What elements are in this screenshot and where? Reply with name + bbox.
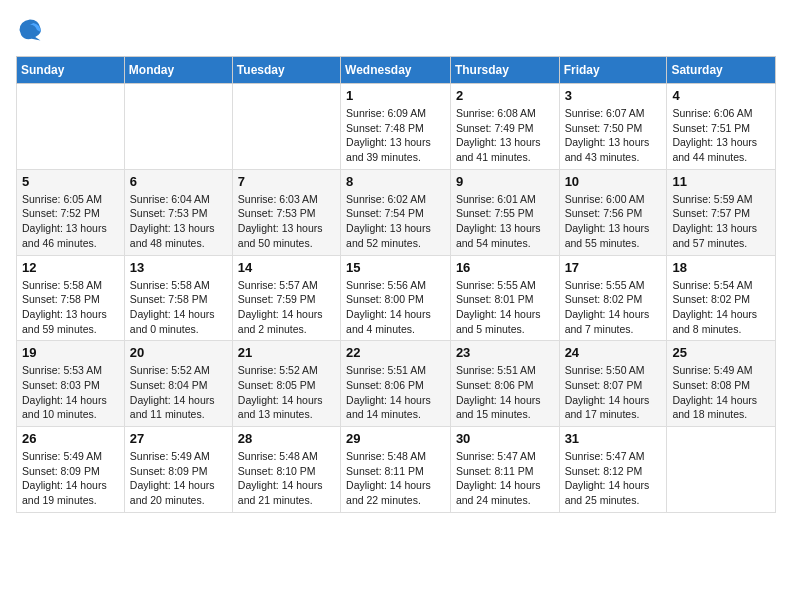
calendar-cell: 18Sunrise: 5:54 AMSunset: 8:02 PMDayligh… (667, 255, 776, 341)
day-number: 29 (346, 431, 445, 446)
day-info: Sunrise: 5:49 AMSunset: 8:08 PMDaylight:… (672, 363, 770, 422)
calendar-cell: 2Sunrise: 6:08 AMSunset: 7:49 PMDaylight… (450, 84, 559, 170)
calendar-cell (667, 427, 776, 513)
calendar-cell: 23Sunrise: 5:51 AMSunset: 8:06 PMDayligh… (450, 341, 559, 427)
weekday-header-tuesday: Tuesday (232, 57, 340, 84)
calendar-cell: 16Sunrise: 5:55 AMSunset: 8:01 PMDayligh… (450, 255, 559, 341)
day-info: Sunrise: 5:58 AMSunset: 7:58 PMDaylight:… (130, 278, 227, 337)
day-number: 7 (238, 174, 335, 189)
day-number: 1 (346, 88, 445, 103)
weekday-header-thursday: Thursday (450, 57, 559, 84)
day-info: Sunrise: 5:52 AMSunset: 8:04 PMDaylight:… (130, 363, 227, 422)
calendar-cell: 14Sunrise: 5:57 AMSunset: 7:59 PMDayligh… (232, 255, 340, 341)
day-number: 4 (672, 88, 770, 103)
day-number: 30 (456, 431, 554, 446)
day-number: 8 (346, 174, 445, 189)
day-info: Sunrise: 5:55 AMSunset: 8:01 PMDaylight:… (456, 278, 554, 337)
calendar-cell (232, 84, 340, 170)
calendar-cell: 3Sunrise: 6:07 AMSunset: 7:50 PMDaylight… (559, 84, 667, 170)
day-info: Sunrise: 6:04 AMSunset: 7:53 PMDaylight:… (130, 192, 227, 251)
calendar-cell: 11Sunrise: 5:59 AMSunset: 7:57 PMDayligh… (667, 169, 776, 255)
calendar-table: SundayMondayTuesdayWednesdayThursdayFrid… (16, 56, 776, 513)
day-info: Sunrise: 6:03 AMSunset: 7:53 PMDaylight:… (238, 192, 335, 251)
calendar-cell: 21Sunrise: 5:52 AMSunset: 8:05 PMDayligh… (232, 341, 340, 427)
day-info: Sunrise: 5:48 AMSunset: 8:10 PMDaylight:… (238, 449, 335, 508)
day-number: 26 (22, 431, 119, 446)
weekday-header-friday: Friday (559, 57, 667, 84)
day-number: 25 (672, 345, 770, 360)
calendar-cell: 15Sunrise: 5:56 AMSunset: 8:00 PMDayligh… (341, 255, 451, 341)
page-header (16, 16, 776, 44)
logo-icon (16, 16, 44, 44)
day-number: 3 (565, 88, 662, 103)
day-info: Sunrise: 5:58 AMSunset: 7:58 PMDaylight:… (22, 278, 119, 337)
day-number: 22 (346, 345, 445, 360)
day-number: 18 (672, 260, 770, 275)
calendar-cell: 10Sunrise: 6:00 AMSunset: 7:56 PMDayligh… (559, 169, 667, 255)
day-info: Sunrise: 6:02 AMSunset: 7:54 PMDaylight:… (346, 192, 445, 251)
calendar-cell: 31Sunrise: 5:47 AMSunset: 8:12 PMDayligh… (559, 427, 667, 513)
day-info: Sunrise: 5:51 AMSunset: 8:06 PMDaylight:… (456, 363, 554, 422)
day-number: 27 (130, 431, 227, 446)
calendar-week-row: 26Sunrise: 5:49 AMSunset: 8:09 PMDayligh… (17, 427, 776, 513)
day-info: Sunrise: 5:49 AMSunset: 8:09 PMDaylight:… (130, 449, 227, 508)
day-info: Sunrise: 6:07 AMSunset: 7:50 PMDaylight:… (565, 106, 662, 165)
day-number: 15 (346, 260, 445, 275)
day-number: 12 (22, 260, 119, 275)
calendar-cell: 9Sunrise: 6:01 AMSunset: 7:55 PMDaylight… (450, 169, 559, 255)
day-info: Sunrise: 5:48 AMSunset: 8:11 PMDaylight:… (346, 449, 445, 508)
calendar-cell: 19Sunrise: 5:53 AMSunset: 8:03 PMDayligh… (17, 341, 125, 427)
day-info: Sunrise: 6:09 AMSunset: 7:48 PMDaylight:… (346, 106, 445, 165)
weekday-header-row: SundayMondayTuesdayWednesdayThursdayFrid… (17, 57, 776, 84)
day-number: 6 (130, 174, 227, 189)
day-info: Sunrise: 5:57 AMSunset: 7:59 PMDaylight:… (238, 278, 335, 337)
day-info: Sunrise: 5:54 AMSunset: 8:02 PMDaylight:… (672, 278, 770, 337)
day-number: 17 (565, 260, 662, 275)
day-info: Sunrise: 5:56 AMSunset: 8:00 PMDaylight:… (346, 278, 445, 337)
day-number: 21 (238, 345, 335, 360)
calendar-week-row: 19Sunrise: 5:53 AMSunset: 8:03 PMDayligh… (17, 341, 776, 427)
day-info: Sunrise: 5:53 AMSunset: 8:03 PMDaylight:… (22, 363, 119, 422)
day-number: 10 (565, 174, 662, 189)
calendar-cell: 6Sunrise: 6:04 AMSunset: 7:53 PMDaylight… (124, 169, 232, 255)
day-number: 11 (672, 174, 770, 189)
day-number: 19 (22, 345, 119, 360)
weekday-header-monday: Monday (124, 57, 232, 84)
day-info: Sunrise: 6:05 AMSunset: 7:52 PMDaylight:… (22, 192, 119, 251)
day-info: Sunrise: 5:59 AMSunset: 7:57 PMDaylight:… (672, 192, 770, 251)
calendar-cell: 8Sunrise: 6:02 AMSunset: 7:54 PMDaylight… (341, 169, 451, 255)
day-info: Sunrise: 6:01 AMSunset: 7:55 PMDaylight:… (456, 192, 554, 251)
weekday-header-sunday: Sunday (17, 57, 125, 84)
calendar-cell: 30Sunrise: 5:47 AMSunset: 8:11 PMDayligh… (450, 427, 559, 513)
calendar-week-row: 5Sunrise: 6:05 AMSunset: 7:52 PMDaylight… (17, 169, 776, 255)
day-number: 16 (456, 260, 554, 275)
day-info: Sunrise: 5:52 AMSunset: 8:05 PMDaylight:… (238, 363, 335, 422)
logo (16, 16, 48, 44)
calendar-cell: 26Sunrise: 5:49 AMSunset: 8:09 PMDayligh… (17, 427, 125, 513)
day-info: Sunrise: 5:47 AMSunset: 8:11 PMDaylight:… (456, 449, 554, 508)
weekday-header-saturday: Saturday (667, 57, 776, 84)
calendar-cell: 12Sunrise: 5:58 AMSunset: 7:58 PMDayligh… (17, 255, 125, 341)
calendar-cell: 13Sunrise: 5:58 AMSunset: 7:58 PMDayligh… (124, 255, 232, 341)
weekday-header-wednesday: Wednesday (341, 57, 451, 84)
calendar-cell: 25Sunrise: 5:49 AMSunset: 8:08 PMDayligh… (667, 341, 776, 427)
day-number: 28 (238, 431, 335, 446)
calendar-week-row: 1Sunrise: 6:09 AMSunset: 7:48 PMDaylight… (17, 84, 776, 170)
day-info: Sunrise: 5:51 AMSunset: 8:06 PMDaylight:… (346, 363, 445, 422)
calendar-cell: 5Sunrise: 6:05 AMSunset: 7:52 PMDaylight… (17, 169, 125, 255)
day-info: Sunrise: 5:47 AMSunset: 8:12 PMDaylight:… (565, 449, 662, 508)
calendar-cell: 1Sunrise: 6:09 AMSunset: 7:48 PMDaylight… (341, 84, 451, 170)
calendar-cell: 28Sunrise: 5:48 AMSunset: 8:10 PMDayligh… (232, 427, 340, 513)
calendar-cell: 27Sunrise: 5:49 AMSunset: 8:09 PMDayligh… (124, 427, 232, 513)
calendar-cell: 20Sunrise: 5:52 AMSunset: 8:04 PMDayligh… (124, 341, 232, 427)
calendar-cell: 29Sunrise: 5:48 AMSunset: 8:11 PMDayligh… (341, 427, 451, 513)
day-number: 9 (456, 174, 554, 189)
calendar-cell: 22Sunrise: 5:51 AMSunset: 8:06 PMDayligh… (341, 341, 451, 427)
day-number: 24 (565, 345, 662, 360)
day-number: 31 (565, 431, 662, 446)
calendar-cell: 24Sunrise: 5:50 AMSunset: 8:07 PMDayligh… (559, 341, 667, 427)
day-info: Sunrise: 6:06 AMSunset: 7:51 PMDaylight:… (672, 106, 770, 165)
day-info: Sunrise: 6:08 AMSunset: 7:49 PMDaylight:… (456, 106, 554, 165)
day-info: Sunrise: 5:49 AMSunset: 8:09 PMDaylight:… (22, 449, 119, 508)
day-info: Sunrise: 5:55 AMSunset: 8:02 PMDaylight:… (565, 278, 662, 337)
